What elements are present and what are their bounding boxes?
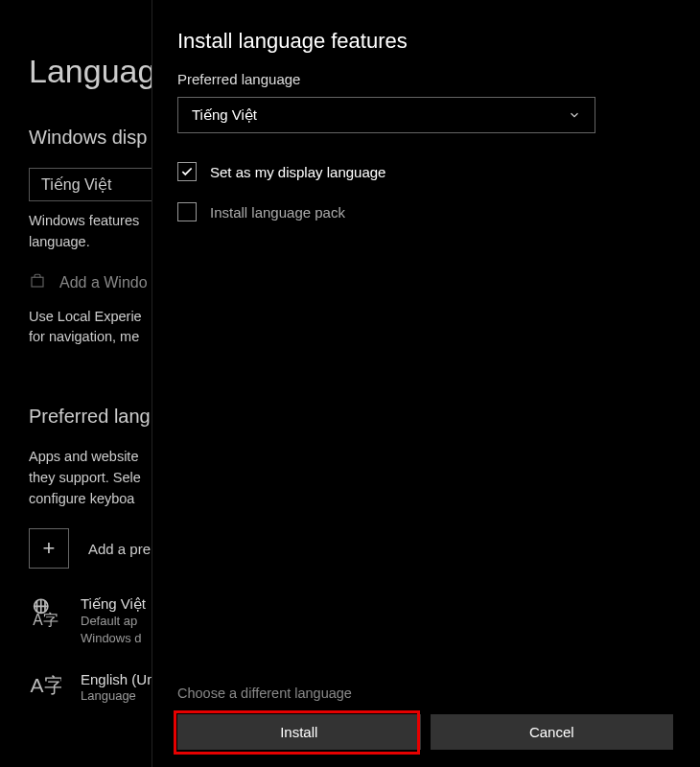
svg-rect-0 bbox=[32, 277, 43, 287]
language-name: Tiếng Việt bbox=[81, 595, 146, 613]
plus-icon: + bbox=[29, 528, 69, 569]
install-button[interactable]: Install bbox=[177, 714, 421, 750]
dialog-title: Install language features bbox=[177, 29, 673, 54]
choose-different-language-link[interactable]: Choose a different language bbox=[177, 686, 673, 701]
svg-text:A字: A字 bbox=[31, 674, 61, 696]
checkbox-unchecked[interactable] bbox=[177, 202, 197, 221]
checkbox-checked[interactable] bbox=[177, 162, 197, 181]
chevron-down-icon bbox=[568, 108, 581, 122]
language-globe-icon: A字 bbox=[29, 595, 63, 632]
store-icon bbox=[29, 272, 46, 293]
preferred-language-dropdown[interactable]: Tiếng Việt bbox=[177, 97, 595, 133]
language-letter-icon: A字 bbox=[29, 671, 63, 702]
checkbox-label: Install language pack bbox=[210, 204, 345, 221]
svg-text:A字: A字 bbox=[33, 612, 58, 628]
install-pack-checkbox-row[interactable]: Install language pack bbox=[177, 202, 673, 221]
preferred-language-label: Preferred language bbox=[177, 71, 673, 87]
display-language-checkbox-row[interactable]: Set as my display language bbox=[177, 162, 673, 181]
language-name: English (Un bbox=[81, 671, 155, 687]
cancel-button[interactable]: Cancel bbox=[431, 714, 674, 750]
checkbox-label: Set as my display language bbox=[210, 164, 385, 180]
install-language-dialog: Install language features Preferred lang… bbox=[152, 0, 698, 767]
dropdown-value: Tiếng Việt bbox=[192, 106, 257, 124]
dialog-buttons: Install Cancel bbox=[177, 714, 673, 750]
dropdown-value: Tiếng Việt bbox=[41, 176, 111, 193]
